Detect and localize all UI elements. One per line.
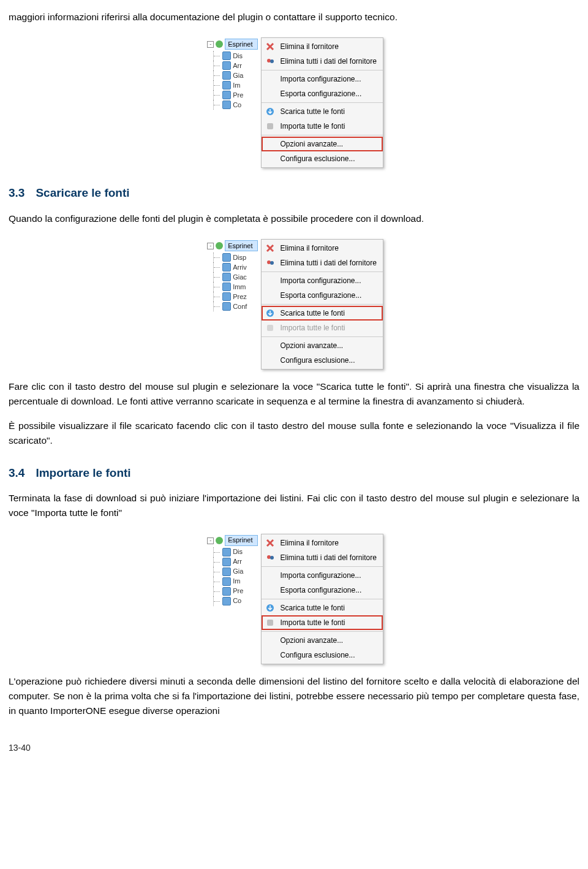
tree-item[interactable]: Pre xyxy=(213,90,258,100)
menu-item-elimina-fornitore[interactable]: Elimina il fornitore xyxy=(262,536,382,550)
node-icon xyxy=(222,263,231,271)
import-icon xyxy=(265,323,275,333)
svg-rect-7 xyxy=(267,325,273,331)
import-icon xyxy=(265,121,275,131)
svg-point-1 xyxy=(270,59,274,63)
menu-item-configura[interactable]: Configura esclusione... xyxy=(262,648,382,662)
menu-item-configura[interactable]: Configura esclusione... xyxy=(262,151,382,166)
tree-item[interactable]: Im xyxy=(213,577,258,586)
download-icon xyxy=(265,603,275,613)
node-icon xyxy=(222,253,231,262)
menu-item-elimina-dati[interactable]: Elimina tutti i dati del fornitore xyxy=(262,256,382,270)
tree-item[interactable]: Imm xyxy=(213,282,258,292)
node-icon xyxy=(222,81,231,89)
section-3-3-p2: Fare clic con il tasto destro del mouse … xyxy=(9,379,579,409)
context-menu: Elimina il fornitore Elimina tutti i dat… xyxy=(261,37,383,168)
tree-item[interactable]: Co xyxy=(213,100,258,110)
figure-3: - Esprinet Dis Arr Gia Im Pre Co Elimina… xyxy=(9,530,579,664)
menu-item-importa-tutte[interactable]: Importa tutte le fonti xyxy=(262,321,382,335)
tree-item[interactable]: Gia xyxy=(213,567,258,577)
tree-item[interactable]: Prez xyxy=(213,292,258,302)
menu-item-importa-tutte[interactable]: Importa tutte le fonti xyxy=(262,615,382,630)
users-icon xyxy=(265,56,275,66)
person-icon xyxy=(216,242,223,249)
menu-item-opzioni[interactable]: Opzioni avanzate... xyxy=(262,137,382,151)
svg-point-8 xyxy=(267,555,271,559)
users-icon xyxy=(265,553,275,563)
person-icon xyxy=(216,40,223,48)
menu-item-esporta-config[interactable]: Esporta configurazione... xyxy=(262,288,382,303)
expand-icon[interactable]: - xyxy=(207,41,214,48)
menu-item-importa-config[interactable]: Importa configurazione... xyxy=(262,273,382,288)
menu-item-importa-config[interactable]: Importa configurazione... xyxy=(262,568,382,583)
node-icon xyxy=(222,567,231,576)
tree-item[interactable]: Arr xyxy=(213,557,258,567)
node-icon xyxy=(222,51,231,60)
menu-item-opzioni[interactable]: Opzioni avanzate... xyxy=(262,338,382,353)
tree-item[interactable]: Pre xyxy=(213,586,258,596)
menu-item-scarica-tutte[interactable]: Scarica tutte le fonti xyxy=(262,104,382,119)
heading-3-3: 3.3Scaricare le fonti xyxy=(9,184,579,202)
download-icon xyxy=(265,308,275,318)
expand-icon[interactable]: - xyxy=(207,243,214,249)
menu-item-elimina-dati[interactable]: Elimina tutti i dati del fornitore xyxy=(262,54,382,69)
node-icon xyxy=(222,101,231,109)
menu-item-elimina-dati[interactable]: Elimina tutti i dati del fornitore xyxy=(262,550,382,565)
svg-rect-11 xyxy=(267,620,273,626)
figure-2: - Esprinet Disp Arriv Giac Imm Prez Conf… xyxy=(9,235,579,370)
svg-point-9 xyxy=(270,556,274,560)
svg-rect-3 xyxy=(267,123,273,129)
tree-item[interactable]: Gia xyxy=(213,70,258,80)
menu-item-importa-config[interactable]: Importa configurazione... xyxy=(262,72,382,86)
menu-item-opzioni[interactable]: Opzioni avanzate... xyxy=(262,633,382,648)
menu-item-scarica-tutte[interactable]: Scarica tutte le fonti xyxy=(262,306,382,321)
delete-icon xyxy=(265,538,275,548)
intro-paragraph: maggiori informazioni riferirsi alla doc… xyxy=(9,10,579,25)
menu-item-elimina-fornitore[interactable]: Elimina il fornitore xyxy=(262,39,382,54)
menu-item-scarica-tutte[interactable]: Scarica tutte le fonti xyxy=(262,601,382,615)
delete-icon xyxy=(265,243,275,253)
tree-item[interactable]: Co xyxy=(213,596,258,606)
menu-item-configura[interactable]: Configura esclusione... xyxy=(262,353,382,368)
page-footer: 13-40 xyxy=(9,742,579,755)
menu-item-esporta-config[interactable]: Esporta configurazione... xyxy=(262,583,382,598)
svg-point-4 xyxy=(267,260,271,264)
delete-icon xyxy=(265,42,275,51)
node-icon xyxy=(222,597,231,605)
section-3-3-p3: È possibile visualizzare il file scarica… xyxy=(9,419,579,448)
svg-point-0 xyxy=(267,59,271,63)
node-icon xyxy=(222,283,231,291)
node-icon xyxy=(222,61,231,70)
node-icon xyxy=(222,548,231,556)
expand-icon[interactable]: - xyxy=(207,537,214,544)
tree-item[interactable]: Disp xyxy=(213,252,258,262)
section-3-4-p1: Terminata la fase di download si può ini… xyxy=(9,491,579,520)
tree-panel: - Esprinet Dis Arr Gia Im Pre Co xyxy=(205,533,262,612)
tree-root[interactable]: Esprinet xyxy=(225,535,258,546)
node-icon xyxy=(222,302,231,311)
menu-item-elimina-fornitore[interactable]: Elimina il fornitore xyxy=(262,241,382,256)
menu-item-importa-tutte[interactable]: Importa tutte le fonti xyxy=(262,119,382,134)
node-icon xyxy=(222,91,231,99)
users-icon xyxy=(265,258,275,268)
tree-item[interactable]: Dis xyxy=(213,547,258,557)
node-icon xyxy=(222,587,231,596)
tree-panel: - Esprinet Disp Arriv Giac Imm Prez Conf xyxy=(205,238,262,317)
node-icon xyxy=(222,577,231,586)
tree-root[interactable]: Esprinet xyxy=(225,39,258,50)
tree-panel: - Esprinet Dis Arr Gia Im Pre Co xyxy=(205,36,262,116)
tree-item[interactable]: Conf xyxy=(213,302,258,311)
person-icon xyxy=(216,537,223,544)
menu-item-esporta-config[interactable]: Esporta configurazione... xyxy=(262,86,382,101)
tree-item[interactable]: Arriv xyxy=(213,262,258,272)
tree-item[interactable]: Im xyxy=(213,80,258,90)
tree-item[interactable]: Giac xyxy=(213,272,258,282)
heading-3-4: 3.4Importare le fonti xyxy=(9,464,579,482)
download-icon xyxy=(265,107,275,116)
tree-root[interactable]: Esprinet xyxy=(225,240,258,251)
node-icon xyxy=(222,273,231,281)
context-menu: Elimina il fornitore Elimina tutti i dat… xyxy=(261,534,383,664)
figure-1: - Esprinet Dis Arr Gia Im Pre Co Elimina… xyxy=(9,34,579,168)
tree-item[interactable]: Arr xyxy=(213,61,258,70)
tree-item[interactable]: Dis xyxy=(213,51,258,61)
